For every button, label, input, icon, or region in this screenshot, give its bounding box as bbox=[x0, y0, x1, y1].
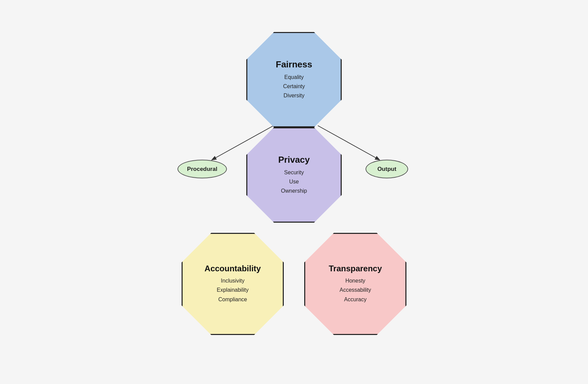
accountability-node: Accountability Inclusivity Explainabilit… bbox=[182, 233, 284, 335]
transparency-items: Honesty Accessability Accuracy bbox=[340, 276, 371, 304]
privacy-items: Security Use Ownership bbox=[281, 168, 307, 196]
accountability-title: Accountability bbox=[204, 264, 261, 273]
fairness-node: Fairness Equality Certainty Diversity bbox=[246, 32, 342, 127]
transparency-node: Transparency Honesty Accessability Accur… bbox=[304, 233, 406, 335]
output-label: Output bbox=[366, 160, 408, 178]
fairness-title: Fairness bbox=[276, 59, 312, 70]
transparency-title: Transparency bbox=[329, 264, 382, 273]
privacy-node: Privacy Security Use Ownership bbox=[246, 127, 342, 223]
privacy-title: Privacy bbox=[278, 155, 310, 165]
procedural-label: Procedural bbox=[177, 160, 227, 178]
accountability-items: Inclusivity Explainability Compliance bbox=[217, 276, 248, 304]
fairness-items: Equality Certainty Diversity bbox=[283, 73, 305, 100]
diagram-container: Fairness Equality Certainty Diversity Pr… bbox=[141, 25, 447, 359]
